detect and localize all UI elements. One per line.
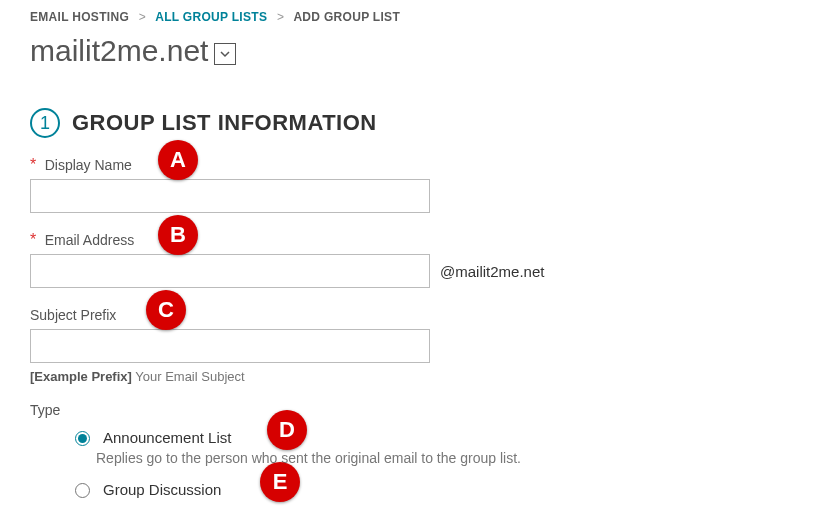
radio-announcement-label: Announcement List <box>103 429 231 446</box>
field-subject-prefix: Subject Prefix [Example Prefix] Your Ema… <box>30 306 790 384</box>
section-title: GROUP LIST INFORMATION <box>72 110 377 136</box>
radio-announcement-input[interactable] <box>75 431 90 446</box>
radio-announcement-desc: Replies go to the person who sent the or… <box>96 450 790 466</box>
email-address-input[interactable] <box>30 254 430 288</box>
subject-prefix-hint: [Example Prefix] Your Email Subject <box>30 369 790 384</box>
annotation-d: D <box>267 410 307 450</box>
email-domain-suffix: @mailit2me.net <box>440 263 544 280</box>
breadcrumb-all-group-lists[interactable]: ALL GROUP LISTS <box>155 10 267 24</box>
display-name-input[interactable] <box>30 179 430 213</box>
subject-prefix-label: Subject Prefix <box>30 307 116 323</box>
annotation-b: B <box>158 215 198 255</box>
hint-example-bold: [Example Prefix] <box>30 369 132 384</box>
domain-selector: mailit2me.net <box>30 34 790 68</box>
domain-dropdown-button[interactable] <box>214 43 236 65</box>
domain-name: mailit2me.net <box>30 34 208 68</box>
field-type: Type Announcement List D Replies go to t… <box>30 402 790 498</box>
radio-announcement-list[interactable]: Announcement List D <box>70 428 790 446</box>
breadcrumb-root[interactable]: EMAIL HOSTING <box>30 10 129 24</box>
field-email-address: * Email Address @mailit2me.net B <box>30 231 790 288</box>
radio-group-discussion-input[interactable] <box>75 483 90 498</box>
email-address-label: Email Address <box>45 232 134 248</box>
chevron-down-icon <box>219 48 231 60</box>
step-number: 1 <box>30 108 60 138</box>
hint-example-rest: Your Email Subject <box>132 369 245 384</box>
annotation-c: C <box>146 290 186 330</box>
type-label: Type <box>30 402 790 418</box>
breadcrumb-separator: > <box>277 10 284 24</box>
breadcrumb-separator: > <box>139 10 146 24</box>
subject-prefix-input[interactable] <box>30 329 430 363</box>
annotation-e: E <box>260 462 300 502</box>
annotation-a: A <box>158 140 198 180</box>
display-name-label: Display Name <box>45 157 132 173</box>
radio-group-discussion-label: Group Discussion <box>103 481 221 498</box>
required-marker: * <box>30 156 36 173</box>
field-display-name: * Display Name A <box>30 156 790 213</box>
radio-group-discussion[interactable]: Group Discussion E <box>70 480 790 498</box>
required-marker: * <box>30 231 36 248</box>
section-header: 1 GROUP LIST INFORMATION <box>30 108 790 138</box>
breadcrumb: EMAIL HOSTING > ALL GROUP LISTS > ADD GR… <box>30 10 790 24</box>
breadcrumb-current: ADD GROUP LIST <box>293 10 400 24</box>
